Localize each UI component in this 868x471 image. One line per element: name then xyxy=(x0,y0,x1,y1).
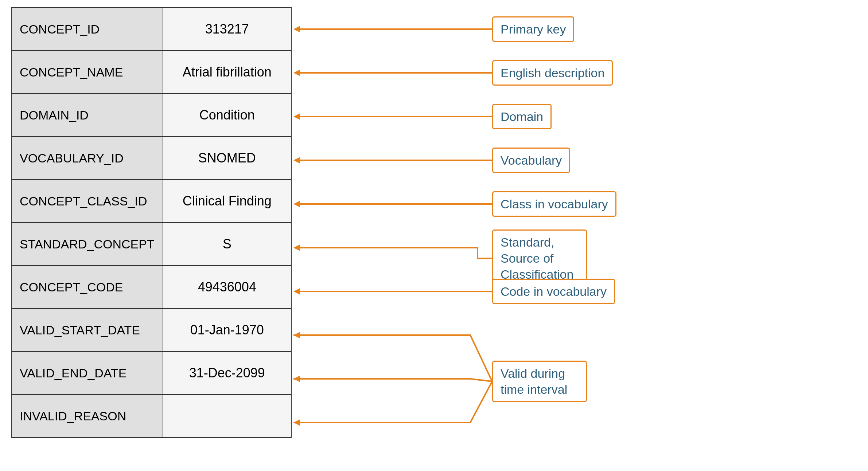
svg-marker-13 xyxy=(293,288,300,295)
omop-concept-table: CONCEPT_ID313217CONCEPT_NAMEAtrial fibri… xyxy=(11,7,292,438)
table-row: INVALID_REASON xyxy=(11,395,291,437)
field-value: 49436004 xyxy=(163,266,291,309)
svg-marker-14 xyxy=(293,332,300,338)
annotations-section: Primary keyEnglish descriptionDomainVoca… xyxy=(292,7,857,463)
field-name: VOCABULARY_ID xyxy=(11,137,163,180)
field-name: VALID_END_DATE xyxy=(11,352,163,395)
label-valid-time-interval: Valid during time interval xyxy=(492,361,587,402)
main-layout: CONCEPT_ID313217CONCEPT_NAMEAtrial fibri… xyxy=(0,0,868,471)
svg-marker-10 xyxy=(293,201,300,207)
label-english-description: English description xyxy=(492,60,613,86)
svg-marker-6 xyxy=(293,113,300,120)
field-value: 31-Dec-2099 xyxy=(163,352,291,395)
field-value: Condition xyxy=(163,94,291,137)
svg-marker-11 xyxy=(293,244,300,251)
field-value: S xyxy=(163,223,291,266)
field-name: CONCEPT_CODE xyxy=(11,266,163,309)
svg-marker-15 xyxy=(293,376,300,382)
field-name: DOMAIN_ID xyxy=(11,94,163,137)
field-value: 313217 xyxy=(163,8,291,51)
table-row: VALID_END_DATE31-Dec-2099 xyxy=(11,352,291,395)
label-vocabulary: Vocabulary xyxy=(492,148,570,173)
field-value: Atrial fibrillation xyxy=(163,51,291,94)
table-row: DOMAIN_IDCondition xyxy=(11,94,291,137)
field-value xyxy=(163,395,291,437)
table-row: STANDARD_CONCEPTS xyxy=(11,223,291,266)
field-name: CONCEPT_NAME xyxy=(11,51,163,94)
field-name: STANDARD_CONCEPT xyxy=(11,223,163,266)
field-value: SNOMED xyxy=(163,137,291,180)
label-code-in-vocabulary: Code in vocabulary xyxy=(492,279,615,304)
field-name: VALID_START_DATE xyxy=(11,309,163,352)
table-row: VALID_START_DATE01-Jan-1970 xyxy=(11,309,291,352)
svg-marker-16 xyxy=(293,419,300,426)
svg-marker-4 xyxy=(293,70,300,76)
label-primary-key: Primary key xyxy=(492,16,574,42)
table-row: CONCEPT_ID313217 xyxy=(11,8,291,51)
label-domain: Domain xyxy=(492,104,552,129)
field-value: 01-Jan-1970 xyxy=(163,309,291,352)
label-class-in-vocabulary: Class in vocabulary xyxy=(492,191,616,217)
field-name: CONCEPT_ID xyxy=(11,8,163,51)
table-row: CONCEPT_CODE49436004 xyxy=(11,266,291,309)
concept-table: CONCEPT_ID313217CONCEPT_NAMEAtrial fibri… xyxy=(11,7,292,438)
table-row: CONCEPT_NAMEAtrial fibrillation xyxy=(11,51,291,94)
field-name: INVALID_REASON xyxy=(11,395,163,437)
svg-marker-8 xyxy=(293,157,300,164)
table-row: CONCEPT_CLASS_IDClinical Finding xyxy=(11,180,291,223)
field-name: CONCEPT_CLASS_ID xyxy=(11,180,163,223)
field-value: Clinical Finding xyxy=(163,180,291,223)
svg-marker-2 xyxy=(293,26,300,32)
table-row: VOCABULARY_IDSNOMED xyxy=(11,137,291,180)
